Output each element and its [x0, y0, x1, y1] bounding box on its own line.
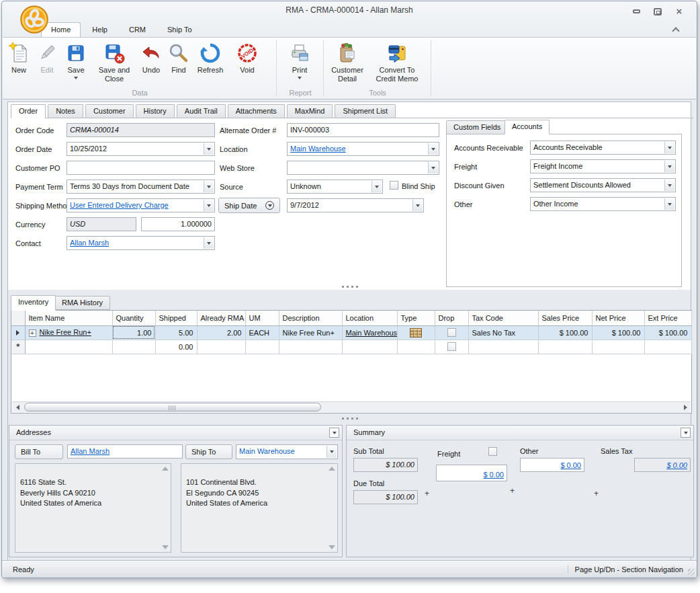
cell-sales-price[interactable] [538, 340, 592, 354]
ribbon-tab-crm[interactable]: CRM [119, 22, 156, 37]
cell-sales-price[interactable]: $ 100.00 [538, 325, 592, 340]
tab-shipment-list[interactable]: Shipment List [335, 104, 396, 118]
summary-collapse-button[interactable] [681, 428, 691, 438]
app-logo-icon[interactable] [19, 5, 49, 34]
restore-button[interactable] [650, 6, 666, 17]
scroll-down-icon[interactable] [329, 545, 335, 549]
dropdown-arrow-icon[interactable] [204, 181, 214, 192]
dropdown-arrow-icon[interactable] [428, 143, 438, 155]
web-store-combo[interactable] [287, 161, 439, 175]
convert-to-credit-memo-button[interactable]: Convert To Credit Memo [369, 40, 425, 83]
tab-custom-fields[interactable]: Custom Fields [446, 120, 508, 134]
tab-customer[interactable]: Customer [85, 104, 134, 118]
cell-already-rma[interactable] [197, 340, 245, 354]
blind-ship-checkbox[interactable] [390, 181, 398, 190]
ship-to-combo[interactable]: Main Warehouse [236, 444, 338, 459]
cell-drop[interactable] [435, 340, 468, 354]
tab-audit-trail[interactable]: Audit Trail [177, 104, 226, 118]
tab-order[interactable]: Order [11, 104, 46, 118]
bill-to-address[interactable]: 6116 State St. Beverly Hills CA 90210 Un… [15, 463, 171, 553]
other-account-combo[interactable]: Other Income [530, 197, 676, 211]
bill-to-field[interactable]: Allan Marsh [67, 444, 183, 459]
dropdown-arrow-icon[interactable] [664, 198, 674, 210]
freight-account-combo[interactable]: Freight Income [530, 159, 676, 173]
col-shipped[interactable]: Shipped [155, 311, 197, 325]
dropdown-arrow-icon[interactable] [664, 161, 674, 172]
cell-item-name[interactable] [25, 340, 112, 354]
ship-date-button[interactable]: Ship Date [218, 198, 280, 213]
cell-location[interactable]: Main Warehouse [342, 325, 397, 340]
dropdown-arrow-icon[interactable] [326, 446, 337, 458]
other-field[interactable]: $ 0.00 [520, 458, 584, 472]
customer-po-field[interactable] [67, 161, 215, 175]
location-combo[interactable]: Main Warehouse [287, 142, 439, 156]
cell-um[interactable]: EACH [245, 325, 279, 340]
undo-button[interactable]: Undo [137, 40, 165, 75]
location-link[interactable]: Main Warehouse [346, 329, 398, 337]
collapse-ribbon-chevron-icon[interactable] [672, 27, 679, 32]
bill-to-button[interactable]: Bill To [15, 444, 63, 459]
splitter-handle[interactable] [342, 418, 358, 420]
ribbon-tab-shipto[interactable]: Ship To [157, 22, 202, 37]
cell-already-rma[interactable]: 2.00 [197, 325, 245, 340]
splitter-handle[interactable] [342, 286, 358, 288]
freight-value-link[interactable]: $ 0.00 [483, 471, 504, 479]
refresh-button[interactable]: Refresh [192, 40, 228, 75]
tab-accounts[interactable]: Accounts [505, 120, 550, 134]
currency-rate-field[interactable]: 1.000000 [141, 217, 215, 231]
freight-checkbox[interactable] [488, 447, 497, 456]
dropdown-arrow-icon[interactable] [204, 143, 214, 155]
grid-row-1[interactable]: +Nike Free Run+ 1.00 5.00 2.00 EACH Nike… [11, 325, 691, 340]
tab-attachments[interactable]: Attachments [228, 104, 285, 118]
cell-ext-price[interactable] [644, 340, 691, 354]
cell-type[interactable] [397, 325, 435, 340]
dropdown-arrow-icon[interactable] [412, 200, 423, 211]
col-sales-price[interactable]: Sales Price [538, 311, 592, 325]
scroll-up-icon[interactable] [162, 467, 169, 471]
col-drop[interactable]: Drop [435, 311, 468, 325]
cell-tax-code[interactable] [468, 340, 538, 354]
print-button[interactable]: Print [278, 40, 321, 79]
col-type[interactable]: Type [397, 311, 435, 325]
tab-rma-history[interactable]: RMA History [54, 296, 110, 310]
alternate-order-field[interactable]: INV-000003 [287, 123, 439, 137]
scroll-right-button[interactable] [680, 402, 691, 412]
grid-new-row[interactable]: * 0.00 [11, 340, 691, 354]
payment-term-combo[interactable]: Terms 30 Days from Document Date [67, 180, 215, 194]
source-combo[interactable]: Unknown [287, 180, 383, 194]
addresses-collapse-button[interactable] [329, 428, 339, 438]
grid-horizontal-scrollbar[interactable] [12, 401, 691, 412]
contact-combo[interactable]: Allan Marsh [67, 236, 215, 250]
scroll-up-icon[interactable] [329, 467, 335, 471]
cell-shipped[interactable]: 0.00 [155, 340, 197, 354]
col-quantity[interactable]: Quantity [112, 311, 155, 325]
find-button[interactable]: Find [165, 40, 192, 75]
sales-tax-value-link[interactable]: $ 0.00 [666, 461, 687, 469]
ribbon-tab-help[interactable]: Help [82, 22, 118, 37]
other-value-link[interactable]: $ 0.00 [560, 461, 581, 469]
tab-history[interactable]: History [136, 104, 175, 118]
cell-um[interactable] [245, 340, 279, 354]
cell-description[interactable] [279, 340, 342, 354]
shipping-method-combo[interactable]: User Entered Delivery Charge [67, 198, 215, 212]
ship-date-combo[interactable]: 9/7/2012 [287, 198, 424, 212]
void-button[interactable]: VOID Void [228, 40, 266, 75]
cell-ext-price[interactable]: $ 100.00 [644, 325, 691, 340]
col-tax-code[interactable]: Tax Code [468, 311, 538, 325]
bill-to-contact-link[interactable]: Allan Marsh [71, 447, 110, 455]
cell-net-price[interactable] [592, 340, 644, 354]
scroll-down-icon[interactable] [162, 545, 169, 549]
col-location[interactable]: Location [342, 311, 397, 325]
drop-checkbox[interactable] [447, 342, 456, 351]
cell-description[interactable]: Nike Free Run+ [279, 325, 342, 340]
cell-net-price[interactable]: $ 100.00 [592, 325, 644, 340]
tab-maxmind[interactable]: MaxMind [287, 104, 333, 118]
save-button[interactable]: Save [60, 40, 91, 79]
dropdown-arrow-icon[interactable] [664, 180, 674, 191]
cell-location[interactable] [342, 340, 397, 354]
ship-to-address[interactable]: 101 Continental Blvd. El Segundo CA 9024… [181, 463, 338, 553]
customer-detail-button[interactable]: Customer Detail [325, 40, 369, 83]
accounts-receivable-combo[interactable]: Accounts Receivable [530, 141, 676, 155]
minimize-button[interactable] [628, 6, 644, 17]
close-button[interactable]: × [671, 6, 687, 17]
